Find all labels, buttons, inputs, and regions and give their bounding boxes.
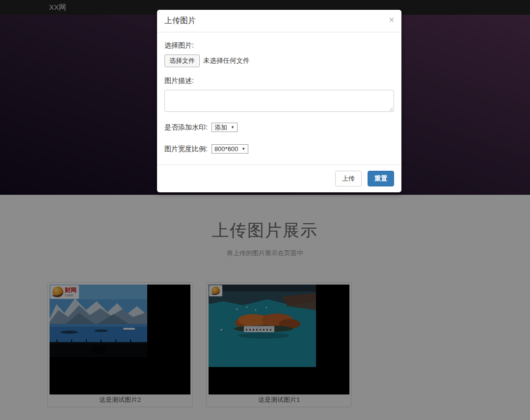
upload-button[interactable]: 上传 [335, 171, 362, 186]
upload-image-modal: 上传图片 × 选择图片: 选择文件 未选择任何文件 图片描述: 是否添加水印: … [157, 10, 401, 192]
ratio-select[interactable]: 800*600 ▼ [212, 144, 248, 154]
select-image-label: 选择图片: [164, 41, 394, 50]
ratio-selected-value: 800*600 [214, 145, 238, 153]
chevron-down-icon: ▼ [241, 147, 245, 151]
modal-title: 上传图片 [164, 16, 394, 26]
description-textarea[interactable] [164, 90, 394, 112]
file-input-row: 选择文件 未选择任何文件 [164, 54, 394, 67]
modal-body: 选择图片: 选择文件 未选择任何文件 图片描述: 是否添加水印: 添加 ▼ 图片… [157, 32, 401, 164]
watermark-select[interactable]: 添加 ▼ [212, 123, 238, 132]
description-label: 图片描述: [164, 77, 394, 85]
ratio-row: 图片宽度比例: 800*600 ▼ [164, 144, 394, 154]
close-icon[interactable]: × [388, 14, 396, 26]
reset-button[interactable]: 重置 [368, 171, 394, 186]
watermark-row: 是否添加水印: 添加 ▼ [164, 123, 394, 132]
file-status-text: 未选择任何文件 [203, 56, 250, 65]
ratio-label: 图片宽度比例: [164, 145, 208, 154]
watermark-selected-value: 添加 [214, 123, 227, 132]
modal-header: 上传图片 × [157, 10, 401, 32]
choose-file-button[interactable]: 选择文件 [164, 54, 200, 67]
modal-footer: 上传 重置 [157, 164, 401, 192]
chevron-down-icon: ▼ [231, 125, 235, 130]
watermark-label: 是否添加水印: [164, 123, 208, 132]
